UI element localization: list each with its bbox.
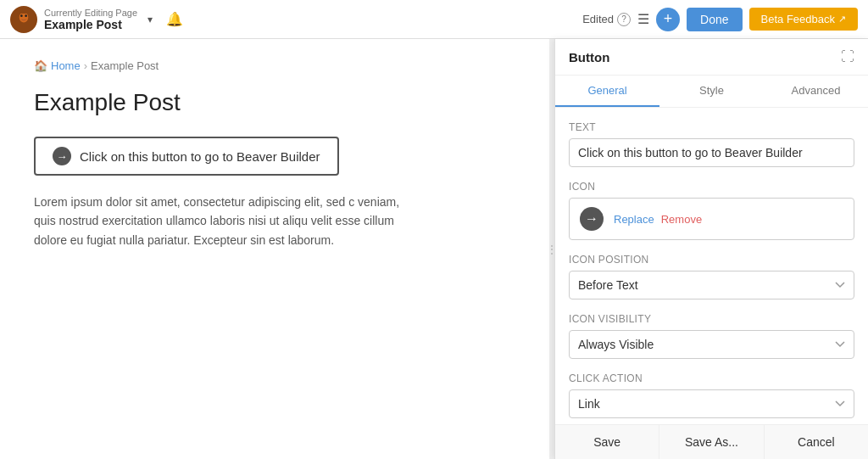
settings-panel: Button ⛶ General Style Advanced Text Ico… [554, 39, 868, 459]
edited-help-icon[interactable]: ? [617, 13, 631, 26]
done-button[interactable]: Done [687, 8, 742, 31]
icon-replace-link[interactable]: Replace [614, 213, 654, 226]
save-button[interactable]: Save [555, 425, 659, 459]
icon-position-label: Icon Position [569, 254, 854, 266]
click-action-group: Click Action Link Lightbox [569, 372, 854, 418]
icon-visibility-select[interactable]: Always Visible Hide Until Hover [569, 330, 854, 359]
panel-header: Button ⛶ [555, 39, 868, 76]
home-icon: 🏠 [34, 59, 47, 72]
panel-tabs: General Style Advanced [555, 76, 868, 108]
maximize-icon[interactable]: ⛶ [841, 49, 854, 64]
icon-remove-link[interactable]: Remove [661, 213, 702, 226]
page-title: Example Post [34, 89, 515, 116]
icon-visibility-label: Icon Visibility [569, 313, 854, 325]
icon-field-group: Icon → Replace Remove [569, 181, 854, 240]
tab-style[interactable]: Style [659, 76, 764, 107]
tab-general[interactable]: General [555, 76, 659, 107]
topbar-subtitle: Currently Editing Page [44, 8, 137, 18]
topbar-chevron-icon[interactable]: ▾ [147, 14, 153, 25]
page-body-text: Lorem ipsum dolor sit amet, consectetur … [34, 193, 424, 249]
icon-field-label: Icon [569, 181, 854, 193]
topbar-left: Currently Editing Page Example Post ▾ 🔔 [10, 6, 183, 33]
bb-button-label: Click on this button to go to Beaver Bui… [80, 149, 320, 164]
text-field-label: Text [569, 121, 854, 133]
panel-footer: Save Save As... Cancel [555, 424, 868, 459]
icon-preview: → [580, 207, 604, 231]
tab-advanced[interactable]: Advanced [764, 76, 868, 107]
topbar: Currently Editing Page Example Post ▾ 🔔 … [0, 0, 868, 39]
breadcrumb-current: Example Post [91, 59, 159, 72]
svg-point-1 [19, 12, 29, 22]
page-content: 🏠 Home › Example Post Example Post Click… [0, 39, 549, 459]
icon-position-group: Icon Position Before Text After Text [569, 254, 854, 299]
panel-body: Text Icon → Replace Remove Icon Position [555, 108, 868, 424]
beaver-builder-button[interactable]: Click on this button to go to Beaver Bui… [34, 137, 339, 176]
page-area: 🏠 Home › Example Post Example Post Click… [0, 39, 868, 459]
click-action-select[interactable]: Link Lightbox [569, 389, 854, 418]
icon-field: → Replace Remove [569, 198, 854, 240]
beta-feedback-button[interactable]: Beta Feedback ↗ [749, 8, 858, 31]
topbar-right: Edited ? ☰ + Done Beta Feedback ↗ [582, 8, 858, 31]
menu-icon[interactable]: ☰ [637, 11, 649, 27]
breadcrumb-sep: › [84, 59, 87, 72]
avatar [10, 6, 37, 33]
cancel-button[interactable]: Cancel [765, 425, 868, 459]
icon-position-select[interactable]: Before Text After Text [569, 271, 854, 299]
svg-point-3 [25, 14, 27, 17]
external-link-icon: ↗ [838, 14, 846, 25]
text-input[interactable] [569, 138, 854, 167]
svg-point-2 [20, 14, 23, 17]
breadcrumb-home[interactable]: Home [51, 59, 81, 72]
edited-label: Edited ? [582, 13, 631, 26]
breadcrumb: 🏠 Home › Example Post [34, 59, 515, 72]
bell-icon[interactable]: 🔔 [166, 11, 183, 27]
topbar-title-group: Currently Editing Page Example Post [44, 8, 137, 31]
click-action-label: Click Action [569, 372, 854, 384]
bb-button-arrow-icon [53, 147, 71, 165]
save-as-button[interactable]: Save As... [659, 425, 764, 459]
text-field-group: Text [569, 121, 854, 167]
panel-title: Button [569, 50, 609, 64]
icon-visibility-group: Icon Visibility Always Visible Hide Unti… [569, 313, 854, 359]
add-button[interactable]: + [656, 8, 680, 31]
icon-actions: Replace Remove [614, 213, 702, 226]
topbar-title: Example Post [44, 18, 137, 31]
